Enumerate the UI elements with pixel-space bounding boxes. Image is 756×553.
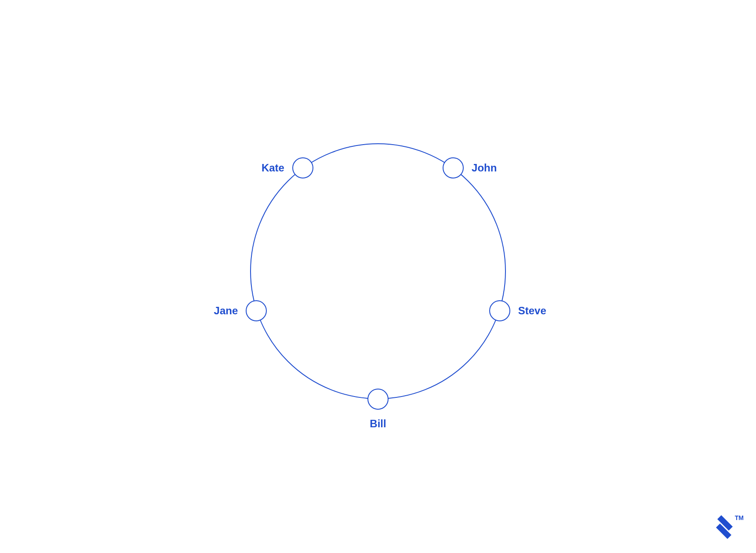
label-steve: Steve	[518, 305, 546, 317]
toptal-logo-icon	[715, 515, 734, 541]
node-kate	[292, 157, 313, 178]
brand-logo-container: TM	[715, 515, 744, 541]
node-jane	[246, 300, 267, 321]
label-john: John	[472, 162, 497, 174]
node-steve	[489, 300, 510, 321]
node-bill	[367, 389, 389, 410]
ring-diagram: KateJohnSteveBillJane	[246, 139, 510, 403]
ring-outline	[250, 143, 506, 399]
trademark-text: TM	[735, 514, 744, 521]
label-bill: Bill	[370, 418, 386, 430]
label-jane: Jane	[214, 305, 238, 317]
label-kate: Kate	[262, 162, 284, 174]
node-john	[443, 157, 464, 178]
